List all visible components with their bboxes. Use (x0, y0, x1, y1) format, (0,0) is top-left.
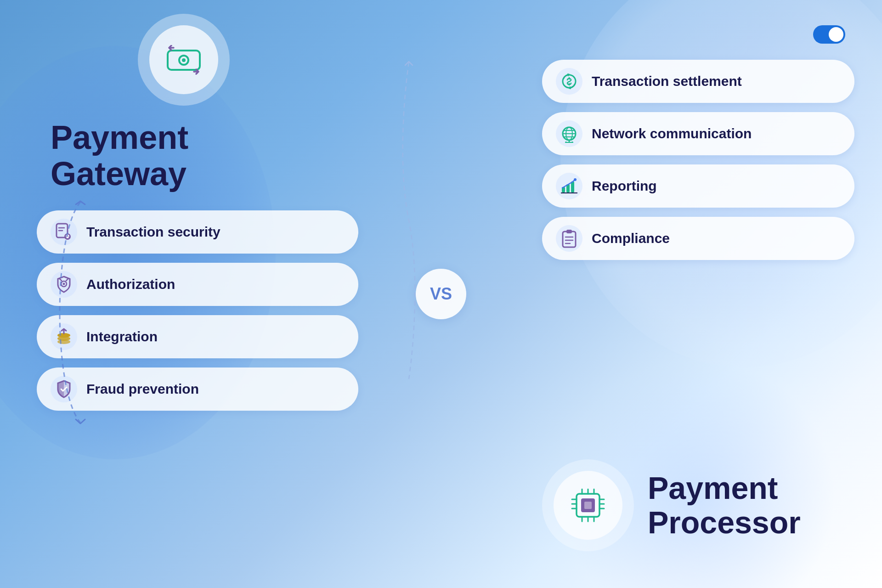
svg-point-26 (571, 141, 573, 143)
toggle-button[interactable] (813, 25, 845, 44)
feature-item-reporting: Reporting (542, 164, 854, 208)
gateway-title: Payment Gateway (51, 119, 358, 192)
globe-network-icon (560, 124, 578, 143)
svg-rect-33 (566, 230, 572, 233)
processor-inner-circle (554, 471, 622, 540)
network-communication-icon-bg (556, 120, 582, 147)
authorization-label: Authorization (86, 277, 175, 292)
chart-bar-icon (560, 177, 578, 195)
right-feature-list: Transaction settlement (542, 60, 854, 260)
money-cycle-icon (560, 72, 578, 90)
clipboard-icon (561, 229, 577, 248)
reporting-icon-bg (556, 173, 582, 199)
dashed-arc-right (390, 60, 427, 383)
processor-section: Payment Processor (542, 459, 854, 551)
processor-title: Payment Processor (648, 471, 801, 540)
svg-point-1 (829, 27, 843, 42)
svg-rect-32 (563, 232, 576, 247)
feature-item-network-communication: Network communication (542, 112, 854, 155)
transaction-settlement-icon-bg (556, 68, 582, 95)
feature-item-compliance: Compliance (542, 217, 854, 260)
svg-point-30 (574, 178, 577, 181)
transaction-security-label: Transaction security (86, 224, 220, 240)
right-section: Transaction settlement (542, 60, 854, 260)
compliance-icon-bg (556, 225, 582, 252)
dashed-curve-left (44, 198, 99, 429)
network-communication-label: Network communication (592, 126, 752, 141)
svg-rect-51 (584, 502, 592, 509)
compliance-label: Compliance (592, 231, 670, 246)
processor-icon-container (542, 459, 634, 551)
vs-label: VS (430, 284, 452, 304)
transaction-settlement-label: Transaction settlement (592, 74, 742, 89)
feature-item-transaction-settlement: Transaction settlement (542, 60, 854, 103)
fraud-prevention-label: Fraud prevention (86, 381, 199, 397)
svg-point-25 (565, 141, 567, 143)
processor-chip-icon (567, 485, 609, 526)
reporting-label: Reporting (592, 178, 657, 194)
